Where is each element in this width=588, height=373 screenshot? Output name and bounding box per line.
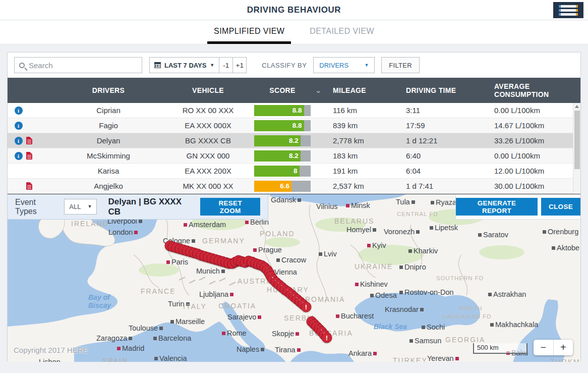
reset-zoom-button[interactable]: RESET ZOOM: [200, 198, 260, 216]
map-label: FRANCE: [141, 287, 176, 295]
place-marker-icon: [408, 249, 412, 253]
generate-report-button[interactable]: GENERATE REPORT: [456, 198, 538, 216]
place-marker-icon: [373, 228, 376, 232]
map-right-overlay: GENERATE REPORT CLOSE: [455, 194, 580, 220]
scrollbar-up-icon[interactable]: [575, 105, 579, 108]
scrollbar-thumb[interactable]: [574, 111, 580, 169]
place-marker-icon: [399, 265, 403, 269]
place-marker-icon: [488, 293, 492, 296]
info-icon[interactable]: i: [15, 152, 23, 160]
zoom-in-button[interactable]: +: [554, 340, 573, 355]
search-input[interactable]: [29, 61, 137, 70]
place-marker-icon: [139, 220, 142, 223]
score-bar: 8.2: [254, 135, 311, 146]
map-label: BELARUS: [334, 217, 374, 225]
map-label: CAUCASIAN FD: [442, 313, 492, 319]
map-label: Biscay: [88, 301, 111, 309]
cell-consumption: 0.00 L/100km: [494, 151, 580, 160]
date-prev-button[interactable]: -1: [219, 57, 233, 73]
cell-driver: Fagio: [50, 121, 166, 130]
place-marker-icon: [430, 226, 433, 230]
cell-vehicle: EA XXX 200X: [166, 167, 250, 175]
table-row[interactable]: iCiprianRO XX 00 XXX8.8116 km3:110.00 L/…: [8, 103, 580, 118]
cell-mileage: 2,778 km: [333, 136, 406, 145]
col-header-driving-time[interactable]: DRIVING TIME: [406, 86, 494, 94]
map-label: UKRAINE: [355, 262, 393, 271]
map-label: Lipetsk: [428, 224, 458, 232]
map-label: Sarajevo: [227, 313, 263, 321]
table-body: iCiprianRO XX 00 XXX8.8116 km3:110.00 L/…: [8, 103, 580, 194]
map-label: TURKEY: [393, 356, 428, 362]
place-marker-icon: [184, 223, 187, 227]
hamburger-menu-icon[interactable]: [553, 2, 583, 18]
table-row[interactable]: KarisaEA XXX 200X8191 km6:0412.00 L/100k…: [8, 164, 580, 179]
info-icon[interactable]: i: [15, 122, 23, 130]
cell-mileage: 839 km: [333, 121, 406, 130]
page-title: DRIVING BEHAVIOUR: [247, 5, 341, 15]
map-label: NORTH: [459, 305, 483, 311]
place-marker-icon: [543, 230, 546, 234]
place-marker-icon: [222, 332, 225, 335]
map-label: Prague: [252, 246, 282, 254]
map-label: Toulouse: [129, 324, 164, 332]
map-label: Aktobe: [550, 244, 579, 252]
info-icon[interactable]: i: [15, 137, 23, 145]
table-row[interactable]: iMcSkimmingGN XXX 0008.2183 km6:400.00 L…: [8, 148, 580, 164]
cell-vehicle: BG XXXX CB: [166, 136, 250, 145]
place-marker-icon: [431, 201, 434, 204]
info-icon[interactable]: i: [15, 106, 23, 115]
map-label: Madrid: [115, 344, 144, 352]
close-button[interactable]: CLOSE: [541, 198, 580, 216]
top-header: DRIVING BEHAVIOUR: [0, 0, 588, 20]
classify-by-select[interactable]: DRIVERS ▼: [313, 57, 375, 73]
filter-button[interactable]: FILTER: [381, 57, 420, 73]
score-bar: 6.6: [254, 181, 311, 192]
cell-consumption: 14.67 L/100km: [494, 121, 580, 130]
event-types-select[interactable]: ALL ▼: [64, 199, 97, 215]
col-header-mileage[interactable]: MILEAGE: [333, 86, 406, 94]
report-icon[interactable]: [26, 152, 32, 159]
cell-consumption: 30.00 L/100km: [494, 182, 580, 190]
report-icon[interactable]: [26, 182, 32, 190]
sort-chevron-icon[interactable]: ⌄: [315, 86, 333, 95]
cell-mileage: 2,537 km: [333, 182, 406, 190]
event-types-label: Event Types: [15, 198, 57, 216]
place-marker-icon: [455, 357, 459, 360]
table-row[interactable]: AngjelkoMK XX 000 XX6.62,537 km1 d 7:413…: [8, 179, 580, 194]
table-row[interactable]: iFagioEA XXX 000X8.8839 km17:5914.67 L/1…: [8, 118, 580, 133]
map-zoom-control: − +: [534, 340, 573, 355]
map-label: CENTRAL FD: [397, 211, 438, 217]
map-canvas[interactable]: GdanskVilniusMinskBELARUSHomyelTulaRyaza…: [8, 194, 580, 362]
col-header-vehicle[interactable]: VEHICLE: [166, 86, 250, 94]
zoom-out-button[interactable]: −: [534, 340, 554, 355]
map-label: Yerevan: [427, 354, 460, 362]
cell-driving-time: 1 d 12:21: [406, 136, 494, 145]
cell-driver: Karisa: [50, 167, 166, 175]
place-marker-icon: [134, 231, 138, 234]
table-row[interactable]: iDelyanBG XXXX CB8.22,778 km1 d 12:2133.…: [8, 133, 580, 148]
cell-consumption: 33.26 L/100km: [494, 136, 580, 145]
place-marker-icon: [154, 357, 158, 360]
map-label: POLAND: [260, 230, 295, 238]
event-marker-icon[interactable]: !: [322, 333, 332, 343]
col-header-drivers[interactable]: DRIVERS: [50, 86, 166, 94]
map-label: ROMANIA: [305, 295, 345, 303]
col-header-avg-consumption[interactable]: AVERAGE CONSUMPTION: [494, 82, 580, 98]
event-marker-icon[interactable]: !: [301, 302, 312, 312]
place-marker-icon: [117, 347, 121, 350]
score-bar: 8.8: [254, 120, 311, 131]
place-marker-icon: [129, 337, 132, 340]
map-label: Rostov-on-Don: [398, 288, 454, 296]
table-scrollbar[interactable]: [573, 103, 580, 194]
score-bar: 8.2: [254, 150, 311, 162]
place-marker-icon: [170, 320, 174, 324]
place-marker-icon: [230, 293, 233, 296]
report-icon[interactable]: [26, 137, 32, 144]
cell-consumption: 12.00 L/100km: [494, 167, 580, 175]
col-header-score[interactable]: SCORE: [250, 86, 315, 94]
date-next-button[interactable]: +1: [232, 57, 247, 73]
cell-mileage: 183 km: [333, 151, 406, 160]
date-range-selector[interactable]: LAST 7 DAYS ▼: [149, 57, 219, 73]
tab-detailed-view[interactable]: DETAILED VIEW: [310, 20, 374, 44]
tab-simplified-view[interactable]: SIMPLIFIED VIEW: [214, 20, 284, 44]
